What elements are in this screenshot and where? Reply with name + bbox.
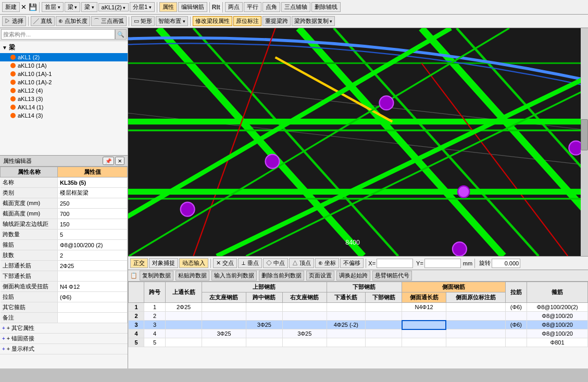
table-cell-3-0[interactable]: 4	[129, 329, 144, 338]
table-cell-3-3[interactable]: 3Φ25	[202, 329, 246, 338]
parallel-button[interactable]: 平行	[244, 2, 261, 12]
table-cell-0-3[interactable]	[202, 303, 246, 312]
rect-button[interactable]: ▭ 矩形	[131, 16, 155, 26]
floor-select[interactable]: 首层	[42, 2, 64, 12]
table-cell-2-4[interactable]: 3Φ25	[246, 321, 282, 329]
midpoint-button[interactable]: ◇ 中点	[263, 258, 288, 268]
edit-rebar-button[interactable]: 编辑钢筋	[178, 2, 207, 12]
table-cell-2-5[interactable]	[282, 321, 327, 329]
table-cell-0-1[interactable]: 1	[144, 303, 166, 312]
table-cell-3-5[interactable]: 3Φ25	[282, 329, 327, 338]
table-cell-1-6[interactable]	[327, 312, 366, 321]
table-cell-4-10[interactable]	[505, 338, 527, 347]
coordinate-button[interactable]: ⊕ 坐标	[315, 258, 339, 268]
paste-span-button[interactable]: 粘贴跨数据	[176, 271, 209, 281]
snap-button[interactable]: 对象捕捉	[149, 258, 178, 268]
tree-item-2[interactable]: aKL10 (1A)-1	[0, 70, 128, 78]
table-cell-4-7[interactable]	[366, 338, 402, 347]
table-cell-3-9[interactable]	[446, 329, 505, 338]
table-cell-4-5[interactable]	[282, 338, 327, 347]
table-cell-2-8[interactable]	[402, 321, 446, 329]
table-cell-2-1[interactable]: 3	[144, 321, 166, 329]
point-length-button[interactable]: ⊕ 点加长度	[56, 16, 90, 26]
prop-value-6[interactable]: Φ8@100/200 (2)	[58, 240, 128, 250]
cantilever-button[interactable]: 悬臂钢筋代号	[372, 271, 412, 281]
table-cell-2-11[interactable]: Φ8@100/20	[527, 321, 588, 329]
table-cell-0-7[interactable]	[366, 303, 402, 312]
page-setup-button[interactable]: 页面设置	[306, 271, 334, 281]
perpendicular-button[interactable]: ⊥ 垂点	[238, 258, 262, 268]
prop-value-10[interactable]: N4 Φ12	[58, 282, 128, 292]
table-cell-2-7[interactable]	[366, 321, 402, 329]
property-button[interactable]: 属性	[159, 2, 177, 12]
table-cell-1-2[interactable]	[166, 312, 202, 321]
table-cell-3-2[interactable]	[166, 329, 202, 338]
delete-col-button[interactable]: 删除当前列数据	[259, 271, 304, 281]
table-cell-1-3[interactable]	[202, 312, 246, 321]
copy-span-button[interactable]: 复制跨数据	[140, 271, 173, 281]
modify-seg-prop-button[interactable]: 修改梁段属性	[193, 16, 232, 26]
table-cell-0-10[interactable]: (Φ6)	[505, 303, 527, 312]
smart-layout-button[interactable]: 智能布置	[156, 16, 188, 26]
prop-value-8[interactable]: 2Φ25	[58, 261, 128, 271]
scrollbar-thumb[interactable]	[581, 119, 588, 150]
table-row[interactable]: 55Φ801	[129, 338, 588, 347]
select-button[interactable]: ▷ 选择	[2, 16, 26, 26]
arc-button[interactable]: ⌒ 三点画弧	[91, 16, 127, 26]
prop-value-7[interactable]: 2	[58, 250, 128, 261]
prop-value-12[interactable]	[58, 302, 128, 313]
table-cell-4-8[interactable]	[402, 338, 446, 347]
display-item[interactable]: + + 显示样式	[0, 344, 128, 354]
table-cell-2-0[interactable]: 3	[129, 321, 144, 329]
vertex-button[interactable]: △ 顶点	[289, 258, 314, 268]
table-cell-2-6[interactable]: 4Φ25 (-2)	[327, 321, 366, 329]
input-col-button[interactable]: 输入当前列数据	[211, 271, 257, 281]
beam-select1[interactable]: 梁	[65, 2, 81, 12]
table-cell-0-5[interactable]	[282, 303, 327, 312]
table-cell-4-9[interactable]	[446, 338, 505, 347]
table-cell-0-11[interactable]: Φ8@100/200(2)	[527, 303, 588, 312]
table-cell-1-11[interactable]: Φ8@100/20	[527, 312, 588, 321]
dynamic-input-button[interactable]: 动态输入	[179, 258, 208, 268]
table-cell-1-9[interactable]	[446, 312, 505, 321]
prop-value-2[interactable]: 250	[58, 198, 128, 209]
tree-category-beam[interactable]: ▼ 梁	[0, 42, 128, 53]
table-row[interactable]: 333Φ254Φ25 (-2)(Φ6)Φ8@100/20	[129, 321, 588, 329]
table-cell-4-2[interactable]	[166, 338, 202, 347]
tree-item-5[interactable]: aKL13 (3)	[0, 95, 128, 103]
prop-close-button[interactable]: ✕	[115, 157, 124, 165]
table-cell-3-1[interactable]: 4	[144, 329, 166, 338]
search-button[interactable]: 🔍	[115, 29, 127, 40]
no-offset-button[interactable]: 不偏移	[340, 258, 364, 268]
angle-button[interactable]: 点角	[262, 2, 280, 12]
prop-value-11[interactable]: (Φ6)	[58, 292, 128, 302]
table-cell-1-0[interactable]: 2	[129, 312, 144, 321]
table-cell-4-3[interactable]	[202, 338, 246, 347]
prop-pin-button[interactable]: 📌	[103, 157, 114, 165]
tree-item-4[interactable]: aKL12 (4)	[0, 86, 128, 95]
threepoint-button[interactable]: 三点辅轴	[281, 2, 310, 12]
table-cell-3-4[interactable]	[246, 329, 282, 338]
table-cell-3-7[interactable]	[366, 329, 402, 338]
table-cell-3-8[interactable]	[402, 329, 446, 338]
table-cell-0-9[interactable]	[446, 303, 505, 312]
tree-item-7[interactable]: aKL14 (3)	[0, 111, 128, 120]
reextract-button[interactable]: 重提梁跨	[262, 16, 291, 26]
intersection-button[interactable]: ✕ 交点	[213, 258, 237, 268]
prop-value-1[interactable]: 楼层框架梁	[58, 188, 128, 198]
prop-value-9[interactable]	[58, 271, 128, 282]
table-cell-1-5[interactable]	[282, 312, 327, 321]
table-cell-0-0[interactable]: 1	[129, 303, 144, 312]
tree-item-1[interactable]: aKL10 (1A)	[0, 61, 128, 70]
rotate-input[interactable]	[492, 259, 520, 268]
prop-value-13[interactable]	[58, 313, 128, 323]
table-cell-0-4[interactable]	[246, 303, 282, 312]
prop-value-0[interactable]: KL35b (5)	[58, 177, 128, 188]
tree-item-0[interactable]: aKL1 (2)	[0, 53, 128, 61]
x-input[interactable]	[377, 259, 413, 268]
table-cell-1-4[interactable]	[246, 312, 282, 321]
table-cell-4-4[interactable]	[246, 338, 282, 347]
tree-item-6[interactable]: AKL14 (1)	[0, 103, 128, 111]
akl-select[interactable]: aKL1(2)	[98, 3, 129, 11]
canvas-area[interactable]: 8400	[128, 28, 588, 256]
